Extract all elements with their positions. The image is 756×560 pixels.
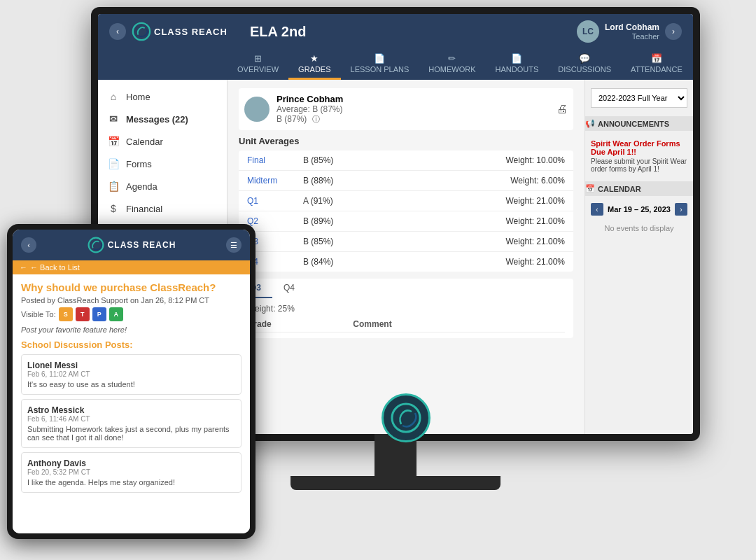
year-select-section: 2022-2023 Full Year — [585, 80, 693, 116]
header-title-area: ELA 2nd — [239, 24, 577, 40]
discussion-meta: Posted by ClassReach Support on Jan 26, … — [21, 296, 241, 304]
calendar-section-title: 📅 CALENDAR — [584, 181, 693, 196]
unit-final-grade: B (85%) — [303, 155, 366, 165]
back-to-list-bar[interactable]: ← ← Back to List — [13, 260, 250, 274]
sidebar-item-forms-label: Forms — [126, 159, 152, 169]
grade-content-area: Prince Cobham Average: B (87%) B (87%) ⓘ… — [227, 80, 584, 434]
forms-icon: 📄 — [108, 158, 119, 169]
sidebar-item-home[interactable]: ⌂ Home — [98, 85, 227, 108]
home-icon: ⌂ — [108, 91, 119, 102]
back-to-list-label: ← Back to List — [30, 263, 80, 272]
role-badge-green: A — [109, 307, 123, 321]
classreach-logo-icon — [132, 22, 151, 41]
unit-q2-grade: B (89%) — [303, 216, 366, 226]
tab-homework[interactable]: ✏ HOMEWORK — [419, 49, 485, 80]
unit-midterm-grade: B (88%) — [303, 176, 366, 186]
visible-to-label: Visible To: — [21, 310, 56, 318]
sidebar-item-messages-label: Messages (22) — [126, 114, 188, 125]
sub-tabs: Q3 Q4 — [239, 279, 573, 298]
tablet-menu-button[interactable]: ☰ — [226, 237, 241, 253]
sidebar-item-agenda[interactable]: 📋 Agenda — [98, 175, 227, 197]
role-badge-orange: S — [59, 307, 73, 321]
sidebar-back-button[interactable]: ‹ — [109, 23, 126, 40]
calendar-next-button[interactable]: › — [675, 203, 687, 216]
sidebar-item-messages[interactable]: ✉ Messages (22) — [98, 108, 227, 130]
sidebar-item-financial-label: Financial — [126, 204, 162, 214]
student-details: Prince Cobham Average: B (87%) B (87%) ⓘ — [276, 94, 550, 125]
tab-attendance[interactable]: 📅 ATTENDANCE — [621, 49, 692, 80]
visible-to-row: Visible To: S T P A — [21, 307, 241, 321]
table-row: Final B (85%) Weight: 10.00% — [239, 150, 573, 171]
post-author: Lionel Messi — [27, 360, 235, 370]
tab-handouts[interactable]: 📄 HANDOUTS — [486, 49, 549, 80]
tab-grades[interactable]: ★ GRADES — [288, 49, 340, 80]
grade-table: Final B (85%) Weight: 10.00% Midterm B (… — [239, 150, 573, 272]
tablet-device: ‹ CLASS REACH ☰ ← ← Back to List — [7, 224, 255, 539]
unit-q1-name[interactable]: Q1 — [247, 196, 303, 206]
no-events-message: No events to display — [591, 218, 687, 238]
user-name: Lord Cobham — [605, 22, 659, 32]
sidebar-item-calendar-label: Calendar — [126, 136, 163, 147]
year-select[interactable]: 2022-2023 Full Year — [591, 88, 687, 108]
monitor-logo-area — [382, 393, 430, 442]
header-forward-button[interactable]: › — [665, 23, 682, 40]
sidebar-logo-text: CLASS REACH — [154, 27, 227, 37]
tab-handouts-label: HANDOUTS — [496, 65, 539, 74]
tablet-back-button[interactable]: ‹ — [21, 237, 36, 253]
cr-logo-svg — [388, 400, 424, 435]
sidebar-logo: CLASS REACH — [132, 22, 227, 41]
comment-column-header: Comment — [353, 319, 565, 329]
tablet-screen: ‹ CLASS REACH ☰ ← ← Back to List — [13, 230, 250, 533]
unit-final-weight: Weight: 10.00% — [366, 155, 565, 165]
calendar-prev-button[interactable]: ‹ — [591, 203, 603, 216]
announcement-item: Spirit Wear Order Forms Due April 1!! Pl… — [591, 135, 687, 177]
sidebar-header-area: ‹ CLASS REACH — [109, 14, 239, 49]
user-info-area: LC Lord Cobham Teacher › — [577, 20, 682, 43]
calendar-icon: 📅 — [108, 136, 119, 147]
user-role: Teacher — [605, 32, 659, 41]
tab-discussions[interactable]: 💬 DISCUSSIONS — [548, 49, 621, 80]
unit-midterm-name[interactable]: Midterm — [247, 176, 303, 186]
app-wrapper: ‹ CLASS REACH ELA 2nd — [0, 0, 756, 560]
unit-q2-name[interactable]: Q2 — [247, 216, 303, 226]
sidebar-item-forms[interactable]: 📄 Forms — [98, 153, 227, 175]
messages-icon: ✉ — [108, 113, 119, 125]
announcements-section: Spirit Wear Order Forms Due April 1!! Pl… — [585, 131, 693, 181]
announcements-section-title: 📢 ANNOUNCEMENTS — [584, 116, 693, 131]
sub-tab-content: Weight: 25% Grade Comment — [239, 298, 573, 338]
unit-midterm-weight: Weight: 6.00% — [366, 176, 565, 186]
tablet-logo: CLASS REACH — [87, 236, 176, 254]
post-text: Submitting Homework takes just a second,… — [27, 425, 235, 442]
role-badge-blue: P — [92, 307, 106, 321]
calendar-section-icon: 📅 — [585, 184, 595, 193]
unit-q3-name[interactable]: Q3 — [247, 237, 303, 246]
calendar-section: ‹ Mar 19 – 25, 2023 › No events to displ… — [585, 196, 693, 242]
post-item: Anthony Davis Feb 20, 5:32 PM CT I like … — [21, 452, 241, 493]
post-date: Feb 6, 11:02 AM CT — [27, 370, 235, 378]
sidebar-item-financial[interactable]: $ Financial — [98, 197, 227, 220]
financial-icon: $ — [108, 203, 119, 214]
sidebar-item-calendar[interactable]: 📅 Calendar — [98, 130, 227, 153]
discussion-prompt: Post your favorite feature here! — [21, 326, 241, 334]
tab-lesson-plans[interactable]: 📄 LESSON PLANS — [341, 49, 419, 80]
sub-weight-label: Weight: 25% — [247, 304, 565, 314]
sidebar-item-agenda-label: Agenda — [126, 181, 158, 192]
calendar-title-text: CALENDAR — [598, 185, 641, 193]
sub-tabs-area: Q3 Q4 Weight: 25% Grade Comment — [239, 279, 573, 338]
top-bar: ‹ CLASS REACH ELA 2nd — [98, 14, 693, 49]
grade-badge-text: B (87%) — [276, 114, 307, 124]
post-text: It's so easy to use as a student! — [27, 380, 235, 388]
tab-overview[interactable]: ⊞ OVERVIEW — [227, 49, 288, 80]
discussion-title: Why should we purchase ClassReach? — [21, 281, 241, 293]
unit-q3-weight: Weight: 21.00% — [366, 237, 565, 246]
sub-tab-q4[interactable]: Q4 — [272, 279, 306, 298]
discussion-body: Why should we purchase ClassReach? Poste… — [13, 274, 250, 504]
announcements-title-text: ANNOUNCEMENTS — [598, 120, 669, 128]
user-avatar: LC — [577, 20, 599, 43]
print-button[interactable]: 🖨 — [556, 103, 568, 115]
post-item: Astro Messick Feb 6, 11:46 AM CT Submitt… — [21, 399, 241, 448]
unit-q4-name[interactable]: Q4 — [247, 257, 303, 267]
tablet-logo-icon — [87, 236, 105, 254]
school-posts-title: School Discussion Posts: — [21, 340, 241, 350]
unit-final-name[interactable]: Final — [247, 155, 303, 165]
